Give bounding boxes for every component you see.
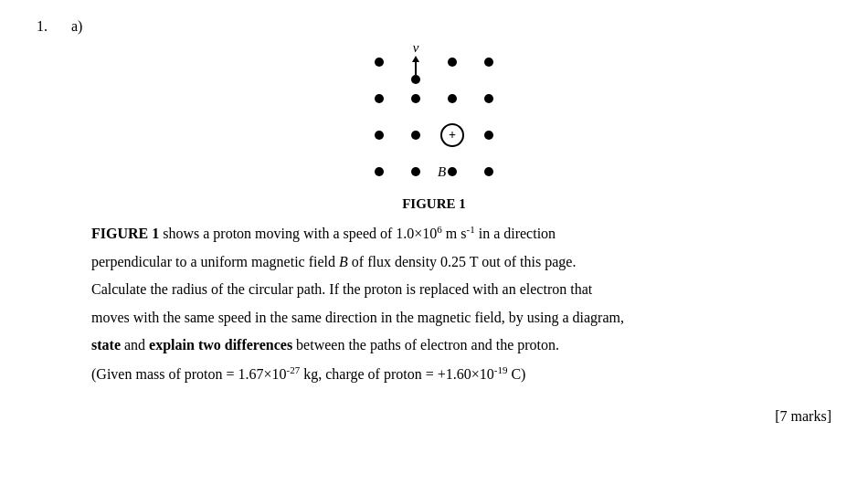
state-bold: state <box>91 337 121 353</box>
question-text-line4: moves with the same speed in the same di… <box>91 310 624 325</box>
dot-cell-r2c1 <box>361 80 397 117</box>
dot-cell-r4c3-b: B <box>434 153 471 190</box>
question-line-4: moves with the same speed in the same di… <box>91 306 831 330</box>
question-text-line1: shows a proton moving with a speed of 1.… <box>163 226 556 241</box>
question-part: a) <box>71 18 99 35</box>
dot <box>484 167 493 176</box>
dot-cell-r1c4 <box>471 44 507 80</box>
dot-cell-r4c4 <box>471 153 507 190</box>
dot-cell-r2c3 <box>434 80 471 117</box>
dot <box>448 94 457 103</box>
marks-text: [7 marks] <box>775 408 831 424</box>
v-label: v <box>413 41 419 55</box>
dot <box>484 94 493 103</box>
figure-container: v <box>333 44 535 212</box>
question-number: 1. <box>37 18 64 35</box>
and-text: and <box>121 337 149 353</box>
dot-cell-r4c2 <box>397 153 434 190</box>
question-line-2: perpendicular to a uniform magnetic fiel… <box>91 250 831 274</box>
dot-cell-r2c4 <box>471 80 507 117</box>
given-line: (Given mass of proton = 1.67×10-27 kg, c… <box>91 361 831 386</box>
question-line-5: state and explain two differences betwee… <box>91 333 831 357</box>
dot-cell-r3c1 <box>361 117 397 153</box>
question-text-line3: Calculate the radius of the circular pat… <box>91 281 592 297</box>
velocity-arrow <box>412 56 419 75</box>
question-text: FIGURE 1 shows a proton moving with a sp… <box>91 221 831 386</box>
dot-grid: v <box>361 44 507 190</box>
dot <box>411 167 420 176</box>
question-line-3: Calculate the radius of the circular pat… <box>91 278 831 301</box>
question-line-1: FIGURE 1 shows a proton moving with a sp… <box>91 221 831 247</box>
figure-caption: FIGURE 1 <box>402 196 466 212</box>
charge-exp: -19 <box>494 363 508 374</box>
given-text: (Given mass of proton = 1.67×10-27 kg, c… <box>91 366 525 382</box>
b-field-italic: B <box>339 254 348 269</box>
dot-cell-r3c4 <box>471 117 507 153</box>
dot <box>411 94 420 103</box>
dot-with-v: v <box>411 41 420 84</box>
dot <box>375 94 384 103</box>
dot-cell-r3c3-proton: + <box>434 117 471 153</box>
arrow-line <box>415 62 417 75</box>
dot <box>484 58 493 67</box>
marks-line: [7 marks] <box>91 405 831 428</box>
dot <box>484 131 493 140</box>
dot-cell-r1c2: v <box>397 44 434 80</box>
question-text-line2: perpendicular to a uniform magnetic fiel… <box>91 254 576 269</box>
question-header: 1. a) <box>37 18 831 35</box>
mass-exp: -27 <box>287 363 301 374</box>
dot <box>411 131 420 140</box>
dot <box>375 167 384 176</box>
dot-cell-r4c1 <box>361 153 397 190</box>
dot-cell-r1c3 <box>434 44 471 80</box>
speed-exponent: 6 <box>437 224 442 235</box>
proton-symbol: + <box>440 123 464 147</box>
dot-cell-r3c2 <box>397 117 434 153</box>
dot-cell-r1c1 <box>361 44 397 80</box>
explain-bold: explain two differences <box>149 337 292 353</box>
figure-ref-bold: FIGURE 1 <box>91 226 159 241</box>
dot <box>375 58 384 67</box>
question-body: FIGURE 1 shows a proton moving with a sp… <box>91 221 831 428</box>
between-text: between the paths of electron and the pr… <box>292 337 559 353</box>
page-container: 1. a) v <box>37 18 831 428</box>
dot <box>375 131 384 140</box>
dot <box>448 167 457 176</box>
b-field-label: B <box>438 164 446 180</box>
dot-cell-r2c2 <box>397 80 434 117</box>
speed-unit-exp: -1 <box>467 224 475 235</box>
arrow-head <box>412 56 419 62</box>
dot <box>448 58 457 67</box>
